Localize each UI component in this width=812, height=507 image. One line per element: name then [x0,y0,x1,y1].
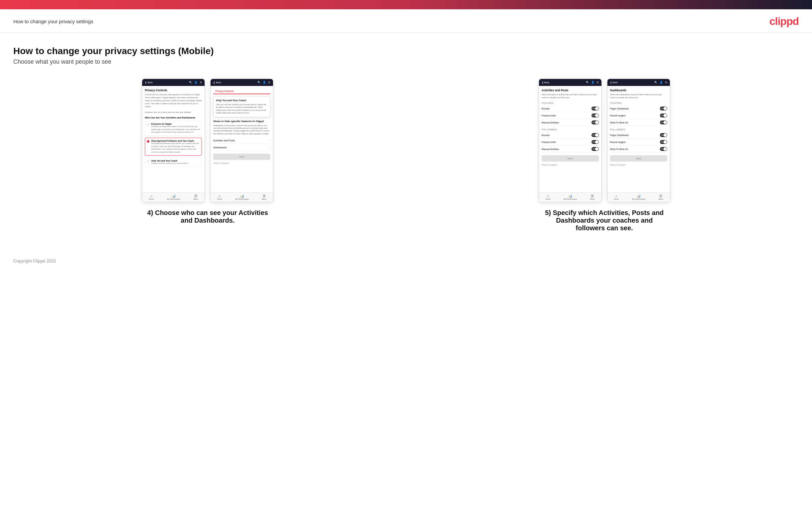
nav-icons-4: 🔍 👤 ⚙ [654,81,667,84]
thumb-cd [595,114,599,117]
main-content: How to change your privacy settings (Mob… [0,33,812,252]
thumb-cm [595,121,599,124]
radio-everyone[interactable] [147,123,149,126]
coaches-label-4: COACHES [610,102,667,104]
radio-approved[interactable] [147,140,149,143]
nav-back-3[interactable]: ❮ Back [542,81,550,84]
nav-back-1[interactable]: ❮ Back [145,81,153,84]
people-icon-2[interactable]: 👤 [263,81,266,84]
radio-coach[interactable] [147,160,149,163]
bottom-home-2[interactable]: ⌂ Home [217,194,222,200]
radio-option-everyone[interactable]: Everyone on Clippd Everyone on Clippd ca… [145,121,202,136]
header: How to change your privacy settings clip… [0,9,812,33]
toggle-followers-manual-switch[interactable]: ON [592,147,599,151]
phone-nav-bar-3: ❮ Back 🔍 👤 ⚙ [539,79,601,86]
people-icon-3[interactable]: 👤 [591,81,595,84]
toggle-followers-rounds: Rounds ON [542,132,599,139]
nav-back-2[interactable]: ❮ Back [213,81,221,84]
toggle-followers-drills: Practice Drills ON [542,139,599,146]
settings-icon-4[interactable]: ⚙ [665,81,667,84]
privacy-tab-active[interactable]: Privacy Controls [213,89,236,94]
label-coaches-drills: Practice Drills [542,114,556,117]
toggle-cpd-switch[interactable]: ON [660,107,667,111]
help-support-4: Help & Support [610,164,667,166]
bottom-menu-1[interactable]: ☰ Menu [194,194,198,200]
phone-body-1: Privacy Controls Control how you and you… [142,86,205,192]
search-icon-4[interactable]: 🔍 [654,81,658,84]
toggle-followers-work-on: What To Work On ON [610,146,667,153]
toggle-coaches-manual-switch[interactable]: ON [592,120,599,124]
radio-option-coach[interactable]: Only You and Your Coach Only you and the… [145,158,202,167]
phone-bottom-bar-1: ⌂ Home 📊 My Performance ☰ Menu [142,192,205,202]
toggle-fri-switch[interactable]: ON [660,140,667,144]
phone-mockup-4: ❮ Back 🔍 👤 ⚙ Dashboards Select the dashb… [607,79,670,203]
menu-icon-1: ☰ [194,194,197,198]
save-button-4[interactable]: Save [610,155,667,162]
bottom-menu-2[interactable]: ☰ Menu [262,194,267,200]
bottom-menu-3[interactable]: ☰ Menu [590,194,595,200]
menu-row-activities[interactable]: Activities and Posts › [213,137,270,144]
nav-back-4[interactable]: ❮ Back [610,81,618,84]
settings-icon-2[interactable]: ⚙ [268,81,270,84]
label-coaches-manual: Manual Activities [542,121,559,124]
bottom-home-4[interactable]: ⌂ Home [614,194,619,200]
show-hide-section: Show or hide specific features in Clippd… [213,120,270,151]
thumb-fd [595,140,599,144]
toggle-coaches-work-on: What To Work On ON [610,119,667,126]
toggle-cri-switch[interactable]: ON [660,113,667,117]
menu-label-dashboards: Dashboards [213,146,226,149]
bottom-perf-3[interactable]: 📊 My Performance [564,194,577,200]
search-icon-3[interactable]: 🔍 [586,81,589,84]
radio-desc-everyone: Everyone on Clippd can search for you an… [151,125,200,133]
chevron-dashboards: › [269,146,270,149]
popup-title: Only You and Your Coach [216,99,268,102]
page-subheading: Choose what you want people to see [13,58,799,65]
settings-icon-3[interactable]: ⚙ [597,81,599,84]
header-title: How to change your privacy settings [13,18,93,24]
toggle-cww-switch[interactable]: ON [660,120,667,124]
radio-desc-approved: Only approved followers and coaches you … [151,143,199,153]
label-coaches-rounds: Rounds [542,108,550,110]
bottom-perf-1[interactable]: 📊 My Performance [167,194,180,200]
toggle-fpd-switch[interactable]: ON [660,133,667,137]
body-text-1b: However, you can control who can see you… [145,111,202,114]
toggle-followers-rounds-switch[interactable]: ON [592,133,599,137]
bottom-menu-label-2: Menu [262,198,267,200]
perf-icon-1: 📊 [172,194,176,198]
show-hide-desc: Regardless of the privacy controls that … [213,124,270,135]
show-hide-title: Show or hide specific features in Clippd [213,120,270,123]
chevron-activities: › [269,139,270,142]
toggle-followers-drills-switch[interactable]: ON [592,140,599,144]
search-icon-2[interactable]: 🔍 [257,81,261,84]
label-followers-drills: Practice Drills [542,141,556,143]
people-icon-4[interactable]: 👤 [660,81,663,84]
search-icon-1[interactable]: 🔍 [189,81,192,84]
screenshot-group-4: ❮ Back 🔍 👤 ⚙ Privacy Controls Control ho… [13,79,402,224]
phone-bottom-bar-2: ⌂ Home 📊 My Performance ☰ Menu [211,192,273,202]
settings-icon-1[interactable]: ⚙ [200,81,202,84]
on-label-fd: ON [593,141,595,143]
bottom-menu-label-1: Menu [194,198,198,200]
toggle-fww-switch[interactable]: ON [660,147,667,151]
menu-row-dashboards[interactable]: Dashboards › [213,144,270,151]
phone-bottom-bar-3: ⌂ Home 📊 My Performance ☰ Menu [539,192,601,202]
label-followers-work-on: What To Work On [610,148,628,150]
bottom-perf-2[interactable]: 📊 My Performance [236,194,249,200]
save-button-3[interactable]: Save [542,155,599,162]
toggle-coaches-rounds-switch[interactable]: ON [592,107,599,111]
phone-mockup-1: ❮ Back 🔍 👤 ⚙ Privacy Controls Control ho… [142,79,205,203]
save-button-2[interactable]: Save [213,154,270,160]
thumb-fr [595,133,599,137]
people-icon-1[interactable]: 👤 [194,81,198,84]
toggle-coaches-drills: Practice Drills ON [542,112,599,119]
bottom-home-1[interactable]: ⌂ Home [149,194,154,200]
bottom-menu-4[interactable]: ☰ Menu [659,194,663,200]
radio-option-approved[interactable]: Only Approved Followers and Your Coach O… [145,138,202,156]
on-label-cm: ON [593,121,595,123]
subsection-title-1: Who Can See Your Activities and Dashboar… [145,116,202,119]
nav-icons-2: 🔍 👤 ⚙ [257,81,270,84]
toggle-coaches-drills-switch[interactable]: ON [592,113,599,117]
bottom-home-3[interactable]: ⌂ Home [546,194,551,200]
bottom-perf-4[interactable]: 📊 My Performance [632,194,645,200]
top-bar [0,0,812,9]
